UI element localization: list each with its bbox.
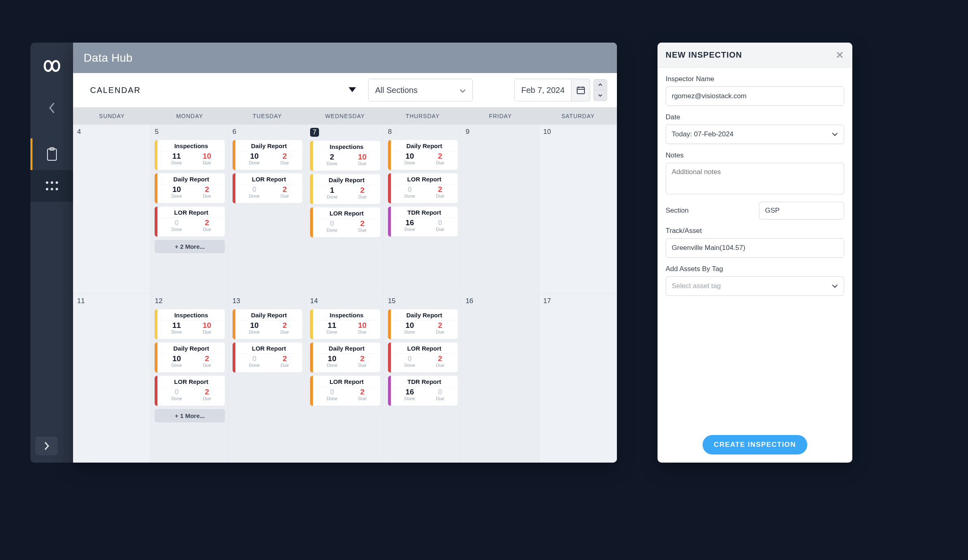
day-number: 13 bbox=[233, 297, 240, 305]
svg-point-4 bbox=[56, 181, 58, 184]
done-label: Done bbox=[171, 363, 182, 368]
done-label: Done bbox=[404, 363, 415, 368]
report-card[interactable]: TDR Report16Done0Due bbox=[388, 376, 458, 406]
notes-textarea[interactable] bbox=[666, 163, 844, 194]
card-title: Inspections bbox=[316, 143, 377, 150]
day-number: 16 bbox=[466, 297, 473, 305]
svg-point-7 bbox=[56, 188, 58, 190]
due-label: Due bbox=[358, 363, 367, 368]
report-card[interactable]: Daily Report10Done2Due bbox=[388, 309, 458, 339]
due-value: 2 bbox=[358, 388, 367, 396]
calendar-day[interactable]: 14Inspections11Done10DueDaily Report10Do… bbox=[306, 294, 384, 463]
close-icon[interactable]: ✕ bbox=[836, 50, 844, 61]
due-label: Due bbox=[280, 194, 289, 198]
done-label: Done bbox=[171, 330, 182, 334]
report-card[interactable]: LOR Report0Done2Due bbox=[388, 342, 458, 373]
done-value: 11 bbox=[171, 152, 182, 160]
report-card[interactable]: Inspections11Done10Due bbox=[155, 140, 224, 170]
view-select[interactable]: CALENDAR bbox=[83, 79, 363, 101]
date-step-down[interactable] bbox=[593, 90, 607, 101]
report-card[interactable]: Inspections11Done10Due bbox=[310, 309, 380, 339]
calendar-day[interactable]: 7Inspections2Done10DueDaily Report1Done2… bbox=[306, 125, 384, 294]
card-row: 10Done2Due bbox=[394, 151, 455, 165]
card-row: 0Done2Due bbox=[239, 353, 299, 368]
report-card[interactable]: Daily Report10Done2Due bbox=[388, 140, 458, 170]
report-card[interactable]: Daily Report10Done2Due bbox=[155, 342, 224, 373]
new-inspection-panel: NEW INSPECTION ✕ Inspector Name Date Tod… bbox=[658, 43, 852, 463]
report-card[interactable]: Inspections2Done10Due bbox=[310, 141, 380, 171]
day-cards: Daily Report10Done2DueLOR Report0Done2Du… bbox=[233, 309, 302, 373]
report-card[interactable]: LOR Report0Done2Due bbox=[233, 173, 302, 203]
day-cards: Inspections11Done10DueDaily Report10Done… bbox=[155, 309, 224, 422]
due-label: Due bbox=[436, 160, 444, 165]
page-title: Data Hub bbox=[73, 43, 617, 73]
calendar-day[interactable]: 17 bbox=[539, 294, 617, 463]
calendar-day[interactable]: 8Daily Report10Done2DueLOR Report0Done2D… bbox=[384, 125, 461, 294]
track-asset-input[interactable] bbox=[666, 238, 844, 258]
accent-bar bbox=[388, 140, 391, 170]
more-button[interactable]: + 1 More... bbox=[155, 409, 224, 422]
card-title: Daily Report bbox=[161, 345, 221, 352]
calendar-day[interactable]: 11 bbox=[73, 294, 151, 463]
report-card[interactable]: Daily Report10Done2Due bbox=[233, 309, 302, 339]
report-card[interactable]: Daily Report10Done2Due bbox=[233, 140, 302, 170]
report-card[interactable]: LOR Report0Done2Due bbox=[310, 207, 380, 237]
due-label: Due bbox=[436, 396, 444, 401]
report-card[interactable]: TDR Report16Done0Due bbox=[388, 207, 458, 237]
inspector-name-input[interactable] bbox=[666, 86, 844, 106]
report-card[interactable]: LOR Report0Done2Due bbox=[233, 342, 302, 373]
done-value: 10 bbox=[404, 152, 415, 160]
more-button[interactable]: + 2 More... bbox=[155, 240, 224, 253]
date-stepper bbox=[593, 79, 607, 101]
date-display[interactable]: Feb 7, 2024 bbox=[514, 79, 571, 101]
card-title: LOR Report bbox=[161, 209, 221, 216]
day-number: 11 bbox=[77, 297, 85, 305]
calendar-day[interactable]: 10 bbox=[539, 125, 617, 294]
calendar-day[interactable]: 5Inspections11Done10DueDaily Report10Don… bbox=[151, 125, 228, 294]
expand-sidebar-button[interactable] bbox=[35, 437, 58, 455]
report-card[interactable]: LOR Report0Done2Due bbox=[388, 173, 458, 203]
day-cards: Inspections2Done10DueDaily Report1Done2D… bbox=[310, 141, 380, 237]
done-value: 10 bbox=[327, 355, 337, 362]
report-card[interactable]: LOR Report0Done2Due bbox=[155, 207, 224, 237]
date-step-up[interactable] bbox=[593, 79, 607, 90]
done-label: Done bbox=[327, 161, 337, 166]
card-title: Daily Report bbox=[239, 142, 299, 149]
accent-bar bbox=[155, 140, 157, 170]
calendar-day[interactable]: 6Daily Report10Done2DueLOR Report0Done2D… bbox=[229, 125, 306, 294]
create-inspection-button[interactable]: CREATE INSPECTION bbox=[703, 435, 808, 454]
calendar-day[interactable]: 9 bbox=[461, 125, 539, 294]
panel-title: NEW INSPECTION bbox=[666, 50, 742, 60]
card-row: 11Done10Due bbox=[161, 151, 221, 165]
done-label: Done bbox=[404, 330, 415, 334]
calendar-day[interactable]: 12Inspections11Done10DueDaily Report10Do… bbox=[151, 294, 228, 463]
card-row: 11Done10Due bbox=[316, 320, 377, 334]
done-label: Done bbox=[327, 396, 337, 401]
section-field-select[interactable]: GSP bbox=[759, 202, 844, 220]
report-card[interactable]: Daily Report10Done2Due bbox=[155, 173, 224, 203]
report-card[interactable]: Inspections11Done10Due bbox=[155, 309, 224, 339]
calendar-day[interactable]: 4 bbox=[73, 125, 151, 294]
section-select[interactable]: All Sections bbox=[368, 79, 473, 101]
report-card[interactable]: Daily Report1Done2Due bbox=[310, 174, 380, 204]
calendar-day[interactable]: 16 bbox=[461, 294, 539, 463]
report-card[interactable]: LOR Report0Done2Due bbox=[310, 376, 380, 406]
calendar-day[interactable]: 13Daily Report10Done2DueLOR Report0Done2… bbox=[229, 294, 306, 463]
due-label: Due bbox=[280, 160, 289, 165]
calendar-day[interactable]: 15Daily Report10Done2DueLOR Report0Done2… bbox=[384, 294, 461, 463]
back-button[interactable] bbox=[30, 97, 73, 119]
date-field-select[interactable]: Today: 07-Feb-2024 bbox=[666, 125, 844, 144]
accent-bar bbox=[310, 207, 313, 237]
calendar-icon-button[interactable] bbox=[571, 79, 590, 101]
due-value: 2 bbox=[358, 355, 367, 362]
due-value: 0 bbox=[436, 219, 444, 226]
chevron-down-icon bbox=[832, 130, 838, 138]
card-row: 10Done2Due bbox=[316, 353, 377, 368]
day-cards: Inspections11Done10DueDaily Report10Done… bbox=[155, 140, 224, 253]
report-card[interactable]: Daily Report10Done2Due bbox=[310, 342, 380, 373]
svg-point-2 bbox=[46, 181, 48, 184]
nav-clipboard[interactable] bbox=[30, 138, 73, 170]
asset-tag-select[interactable]: Select asset tag bbox=[666, 276, 844, 296]
nav-apps[interactable] bbox=[30, 170, 73, 202]
report-card[interactable]: LOR Report0Done2Due bbox=[155, 376, 224, 406]
